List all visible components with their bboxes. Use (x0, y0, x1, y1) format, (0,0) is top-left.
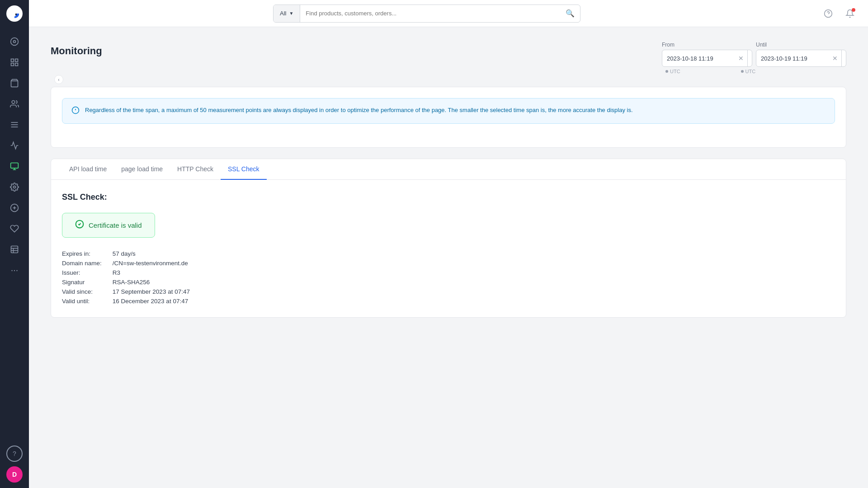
help-circle-icon: ? (13, 450, 16, 457)
topbar: All ▼ 🔍 (29, 0, 868, 27)
search-all-button[interactable]: All ▼ (274, 5, 300, 22)
sidebar-more-dots[interactable]: ··· (11, 265, 19, 275)
chevron-left-icon: ‹ (58, 77, 59, 82)
sidebar-avatar[interactable]: D (6, 466, 23, 483)
sidebar-collapse-button[interactable]: ‹ (54, 75, 63, 84)
page-wrapper: Monitoring From ✕ 📅 (29, 27, 868, 343)
svg-point-1 (11, 38, 19, 46)
sidebar: ··· ? D (0, 0, 29, 488)
expires-in-label: Expires in: (62, 250, 102, 257)
topbar-right (821, 6, 857, 21)
svg-rect-12 (11, 163, 19, 169)
search-submit-button[interactable]: 🔍 (560, 9, 580, 18)
tab-ssl-check[interactable]: SSL Check (221, 159, 267, 180)
svg-point-15 (14, 186, 16, 188)
from-date-calendar-button[interactable]: 📅 (747, 50, 752, 66)
valid-since-label: Valid since: (62, 288, 102, 295)
sidebar-nav: ··· (5, 33, 24, 446)
info-card: Regardless of the time span, a maximum o… (51, 87, 846, 148)
issuer-label: Issuer: (62, 269, 102, 276)
sidebar-item-dashboard[interactable] (5, 33, 24, 51)
cert-valid-text: Certificate is valid (89, 221, 142, 229)
sidebar-logo[interactable] (6, 5, 23, 22)
search-icon: 🔍 (566, 9, 575, 17)
until-utc-label: UTC (739, 69, 756, 74)
until-date-input-group: ✕ 📅 (756, 50, 846, 67)
sidebar-item-add[interactable] (5, 199, 24, 217)
svg-rect-4 (15, 59, 18, 62)
sidebar-item-marketing[interactable] (5, 136, 24, 155)
valid-until-value: 16 December 2023 at 07:47 (113, 298, 835, 305)
svg-rect-19 (11, 246, 18, 253)
sidebar-item-pages[interactable] (5, 53, 24, 71)
issuer-value: R3 (113, 269, 835, 276)
main-card: API load time page load time HTTP Check … (51, 159, 846, 318)
until-date-calendar-button[interactable]: 📅 (841, 50, 846, 66)
domain-name-label: Domain name: (62, 260, 102, 267)
from-utc-label: UTC (664, 69, 680, 74)
valid-since-value: 17 September 2023 at 07:47 (113, 288, 835, 295)
tab-http-check[interactable]: HTTP Check (170, 159, 221, 180)
ssl-check-content: SSL Check: Certificate is valid Expires … (51, 180, 846, 317)
ssl-check-title: SSL Check: (62, 192, 835, 202)
sidebar-item-reports[interactable] (5, 240, 24, 258)
sidebar-item-content[interactable] (5, 116, 24, 134)
sidebar-item-customers[interactable] (5, 95, 24, 113)
tabs: API load time page load time HTTP Check … (51, 159, 846, 180)
cert-details: Expires in: 57 day/s Domain name: /CN=sw… (62, 250, 835, 305)
sidebar-item-plugins[interactable] (5, 220, 24, 238)
from-label: From (662, 42, 752, 48)
from-date-input[interactable] (662, 50, 735, 66)
domain-name-value: /CN=sw-testenvironment.de (113, 260, 835, 267)
sidebar-item-settings[interactable] (5, 178, 24, 196)
page-title: Monitoring (51, 42, 102, 57)
until-label: Until (756, 42, 846, 48)
valid-until-label: Valid until: (62, 298, 102, 305)
notification-dot (852, 8, 855, 12)
signatur-label: Signatur (62, 279, 102, 286)
signatur-value: RSA-SHA256 (113, 279, 835, 286)
sidebar-item-orders[interactable] (5, 74, 24, 92)
svg-point-0 (6, 5, 23, 22)
help-button[interactable] (821, 6, 835, 21)
notification-button[interactable] (843, 6, 857, 21)
info-icon (71, 106, 80, 116)
sidebar-item-monitoring[interactable] (5, 157, 24, 175)
from-date-clear-button[interactable]: ✕ (735, 50, 747, 66)
search-bar: All ▼ 🔍 (273, 5, 580, 23)
from-utc-dot (665, 70, 668, 73)
from-date-input-group: ✕ 📅 (662, 50, 752, 67)
main-area: All ▼ 🔍 ‹ (29, 0, 868, 488)
sidebar-bottom: ? D (6, 446, 23, 483)
page-header: Monitoring From ✕ 📅 (51, 42, 846, 74)
info-box: Regardless of the time span, a maximum o… (62, 98, 835, 124)
svg-point-8 (12, 101, 15, 104)
svg-rect-3 (11, 59, 14, 62)
check-circle-icon (75, 220, 84, 231)
expires-in-value: 57 day/s (113, 250, 835, 257)
chevron-down-icon: ▼ (289, 11, 293, 16)
svg-rect-6 (15, 63, 18, 66)
search-input[interactable] (300, 10, 560, 17)
info-text: Regardless of the time span, a maximum o… (85, 106, 633, 115)
svg-rect-5 (11, 63, 14, 66)
until-date-input[interactable] (756, 50, 829, 66)
tab-api-load-time[interactable]: API load time (62, 159, 114, 180)
sidebar-help-icon[interactable]: ? (6, 446, 23, 462)
until-utc-dot (741, 70, 744, 73)
certificate-valid-badge: Certificate is valid (62, 213, 155, 238)
tab-page-load-time[interactable]: page load time (114, 159, 170, 180)
until-date-clear-button[interactable]: ✕ (829, 50, 841, 66)
svg-point-2 (14, 41, 16, 43)
content-area: ‹ Monitoring From ✕ (29, 27, 868, 488)
